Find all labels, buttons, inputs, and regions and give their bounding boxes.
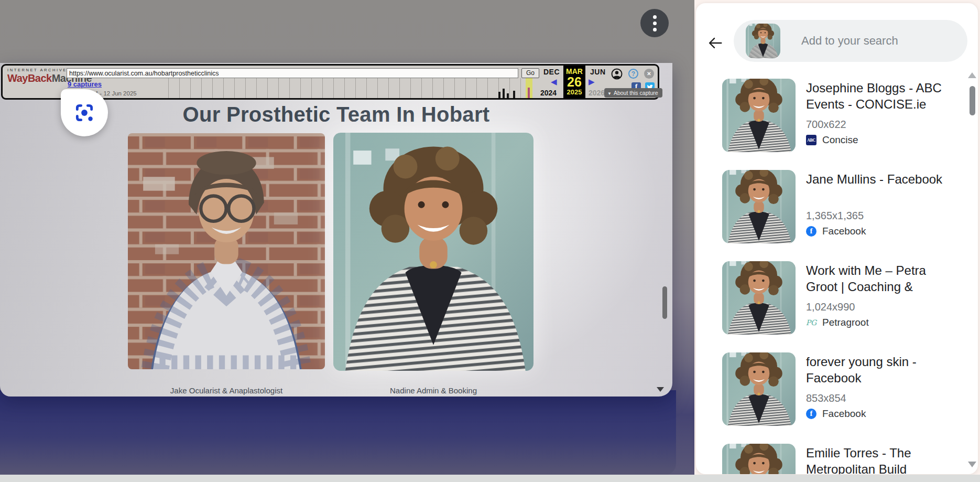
result-source: Facebook	[822, 226, 866, 237]
current-capture-column[interactable]: MAR 26 2025	[563, 66, 585, 98]
result-dimensions: 1,024x990	[806, 301, 855, 313]
query-image-thumbnail	[746, 24, 780, 58]
results-panel: Add to your search Josephine Bloggs - AB…	[696, 3, 978, 474]
archived-url-input[interactable]	[67, 68, 518, 78]
result-dimensions: 853x854	[806, 392, 846, 404]
screen: INTERNET ARCHIVE WayBackMachine Go 9 cap…	[0, 0, 980, 482]
prev-year-label[interactable]: 2024	[540, 89, 557, 97]
result-thumbnail[interactable]	[722, 261, 796, 335]
result-thumbnail[interactable]	[722, 352, 796, 426]
next-capture-arrow[interactable]: ▶	[589, 77, 595, 87]
help-icon[interactable]: ?	[628, 69, 638, 79]
add-to-search-input[interactable]: Add to your search	[734, 20, 967, 62]
current-day-label: 26	[563, 76, 585, 88]
result-item[interactable]: Josephine Bloggs - ABC Events - CONCISE.…	[696, 79, 978, 152]
next-month-label[interactable]: JUN	[590, 68, 606, 76]
concise-favicon: ABC	[806, 135, 816, 145]
facebook-favicon: f	[806, 226, 816, 237]
prev-capture-arrow[interactable]: ◀	[551, 77, 557, 87]
capture-sparkline	[495, 78, 537, 98]
about-this-capture-button[interactable]: ▼About this capture	[604, 88, 662, 98]
result-thumbnail[interactable]	[722, 79, 796, 152]
page-scrollbar-down-arrow[interactable]	[657, 387, 664, 392]
result-title: Josephine Bloggs - ABC Events - CONCISE.…	[806, 80, 959, 112]
caption-woman: Nadine Admin & Booking	[333, 386, 533, 395]
result-item[interactable]: Work with Me – Petra Groot | Coaching & …	[696, 261, 978, 335]
result-dimensions: 700x622	[806, 119, 846, 131]
visual-match-results: Josephine Bloggs - ABC Events - CONCISE.…	[696, 79, 978, 474]
wayback-toolbar: INTERNET ARCHIVE WayBackMachine Go 9 cap…	[1, 64, 659, 100]
about-arrow-icon: ▼	[607, 91, 612, 96]
result-title: Jane Mullins - Facebook	[806, 171, 959, 187]
panel-scrollbar-down-arrow[interactable]	[968, 462, 976, 467]
account-icon[interactable]	[611, 68, 623, 80]
panel-scrollbar-thumb[interactable]	[970, 86, 975, 115]
close-toolbar-icon[interactable]: ✕	[644, 69, 654, 79]
result-title: forever young skin - Facebook	[806, 354, 959, 386]
result-source: Facebook	[822, 408, 866, 420]
result-source: Petragroot	[822, 317, 869, 328]
go-button[interactable]: Go	[521, 68, 539, 78]
result-title: Emilie Torres - The Metropolitan Build	[806, 445, 959, 474]
result-source: Concise	[822, 134, 858, 146]
more-options-dots-icon	[653, 15, 657, 19]
next-year-label[interactable]: 2026	[589, 89, 605, 97]
google-lens-icon	[73, 102, 95, 124]
wayback-logo[interactable]: INTERNET ARCHIVE WayBackMachine	[7, 68, 68, 84]
result-item[interactable]: forever young skin - Facebook 853x854 f …	[696, 352, 978, 426]
facebook-favicon: f	[806, 409, 816, 419]
wayback-logo-text: WayBack	[7, 72, 52, 84]
webpage-footer-band	[0, 390, 676, 475]
internet-archive-label: INTERNET ARCHIVE	[7, 68, 68, 72]
result-item[interactable]: Jane Mullins - Facebook 1,365x1,365 f Fa…	[696, 170, 978, 243]
back-button[interactable]	[703, 31, 726, 55]
result-thumbnail[interactable]	[722, 170, 796, 243]
result-dimensions: 1,365x1,365	[806, 210, 864, 222]
results-panel-area: Add to your search Josephine Bloggs - AB…	[694, 0, 980, 482]
result-title: Work with Me – Petra Groot | Coaching &	[806, 262, 959, 295]
current-year-label: 2025	[563, 88, 585, 96]
team-photo-woman-selected[interactable]	[333, 133, 533, 371]
capture-timeline[interactable]	[158, 78, 525, 98]
prev-month-label[interactable]: DEC	[543, 68, 560, 76]
more-options-button[interactable]	[640, 9, 669, 37]
result-item[interactable]: Emilie Torres - The Metropolitan Build	[696, 444, 978, 474]
back-arrow-icon	[706, 34, 724, 52]
page-scrollbar-thumb[interactable]	[662, 286, 667, 319]
petragroot-favicon: PG	[806, 317, 816, 328]
caption-man: Jake Ocularist & Anaplastologist	[128, 386, 325, 395]
bottom-edge-strip	[0, 475, 980, 482]
panel-scrollbar-up-arrow[interactable]	[968, 72, 976, 78]
captures-link[interactable]: 9 captures	[68, 80, 102, 88]
team-photo-man[interactable]	[128, 133, 325, 369]
lens-selector-button[interactable]	[61, 89, 108, 136]
result-thumbnail[interactable]	[722, 444, 796, 474]
search-placeholder: Add to your search	[801, 34, 898, 48]
